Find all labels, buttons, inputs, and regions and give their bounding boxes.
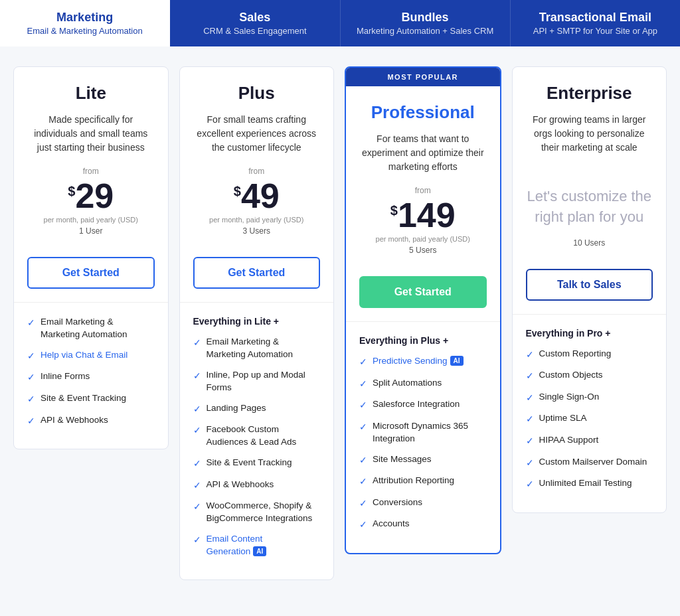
feature-item: ✓ Landing Pages: [193, 402, 321, 416]
check-icon: ✓: [359, 378, 367, 391]
nav-title: Marketing: [13, 11, 156, 25]
feature-item: ✓ Attribution Reporting: [359, 475, 487, 489]
check-icon: ✓: [193, 501, 201, 514]
feature-text: Conversions: [373, 497, 422, 509]
feature-text: Single Sign-On: [539, 391, 600, 404]
btn-wrapper: Talk to Sales: [513, 269, 667, 314]
feature-item: ✓ Accounts: [359, 518, 487, 532]
plan-period: per month, paid yearly (USD): [359, 235, 487, 243]
feature-item: ✓ API & Webhooks: [27, 414, 155, 428]
feature-item: ✓ Facebook Custom Audiences & Lead Ads: [193, 424, 321, 449]
nav-sub: API + SMTP for Your Site or App: [524, 26, 667, 36]
plan-desc: Made specifically for individuals and sm…: [27, 113, 155, 156]
feature-text: Uptime SLA: [539, 412, 587, 425]
check-icon: ✓: [193, 479, 201, 493]
check-icon: ✓: [526, 435, 534, 448]
feature-text: Landing Pages: [207, 402, 266, 415]
price-dollar: $: [68, 184, 75, 199]
feature-item: ✓ Site Messages: [359, 453, 487, 467]
features-title: Everything in Plus +: [359, 335, 487, 346]
feature-item: ✓ Salesforce Integration: [359, 398, 487, 412]
feature-text: Help via Chat & Email: [41, 349, 128, 362]
check-icon: ✓: [193, 337, 201, 350]
feature-item: ✓ Help via Chat & Email: [27, 349, 155, 363]
nav-title: Sales: [183, 11, 326, 25]
plan-features: Everything in Lite + ✓ Email Marketing &…: [180, 302, 334, 579]
feature-text: Custom Objects: [539, 369, 603, 382]
btn-wrapper: Get Started: [346, 276, 500, 321]
feature-text: Site & Event Tracking: [207, 457, 292, 469]
check-icon: ✓: [526, 457, 534, 470]
check-icon: ✓: [359, 356, 367, 369]
professional-cta-button[interactable]: Get Started: [359, 276, 487, 308]
plan-desc: For small teams crafting excellent exper…: [193, 113, 321, 156]
check-icon: ✓: [193, 403, 201, 416]
check-icon: ✓: [359, 518, 367, 532]
feature-item: ✓ WooCommerce, Shopify & BigCommerce Int…: [193, 500, 321, 525]
check-icon: ✓: [359, 454, 367, 467]
check-icon: ✓: [27, 317, 35, 330]
feature-text: WooCommerce, Shopify & BigCommerce Integ…: [207, 500, 321, 525]
nav-item-sales[interactable]: SalesCRM & Sales Engagement: [170, 0, 340, 46]
feature-text: Custom Mailserver Domain: [539, 456, 647, 469]
nav-item-bundles[interactable]: BundlesMarketing Automation + Sales CRM: [341, 0, 511, 46]
feature-text: Attribution Reporting: [373, 475, 454, 487]
feature-item: ✓ API & Webhooks: [193, 479, 321, 493]
check-icon: ✓: [359, 399, 367, 412]
check-icon: ✓: [526, 392, 534, 405]
feature-item: ✓ HIPAA Support: [526, 434, 653, 448]
plan-header: LiteMade specifically for individuals an…: [14, 67, 168, 257]
feature-link[interactable]: Help via Chat & Email: [41, 350, 128, 360]
plus-cta-button[interactable]: Get Started: [193, 257, 321, 289]
plan-from: from: [193, 167, 321, 176]
popular-badge: MOST POPULAR: [346, 68, 500, 86]
feature-item: ✓ Custom Objects: [526, 369, 653, 383]
check-icon: ✓: [526, 478, 534, 491]
feature-item: ✓ Email Marketing & Marketing Automation: [193, 336, 321, 361]
plan-price: $ 29: [27, 179, 155, 213]
feature-text: Microsoft Dynamics 365 Integration: [373, 420, 487, 445]
feature-text: API & Webhooks: [41, 414, 108, 427]
feature-item: ✓ Custom Reporting: [526, 348, 653, 362]
plan-desc: For teams that want to experiment and op…: [359, 132, 487, 175]
plan-from: [526, 167, 653, 176]
check-icon: ✓: [27, 350, 35, 363]
feature-text: Split Automations: [373, 377, 442, 390]
btn-wrapper: Get Started: [14, 257, 168, 302]
check-icon: ✓: [27, 393, 35, 406]
feature-text: Salesforce Integration: [373, 398, 460, 411]
check-icon: ✓: [359, 475, 367, 489]
price-dollar: $: [234, 184, 241, 199]
feature-text: Accounts: [373, 518, 410, 530]
nav-item-transactional-email[interactable]: Transactional EmailAPI + SMTP for Your S…: [511, 0, 680, 46]
check-icon: ✓: [359, 421, 367, 434]
plan-features: Everything in Pro + ✓ Custom Reporting ✓…: [513, 314, 667, 512]
nav-item-marketing[interactable]: MarketingEmail & Marketing Automation: [0, 0, 170, 46]
plan-card-plus: PlusFor small teams crafting excellent e…: [179, 66, 335, 580]
enterprise-cta-button[interactable]: Talk to Sales: [526, 269, 653, 301]
feature-item: ✓ Site & Event Tracking: [193, 457, 321, 471]
feature-text: Site Messages: [373, 453, 432, 466]
plan-users: 10 Users: [526, 238, 653, 248]
feature-text: API & Webhooks: [207, 479, 274, 491]
feature-item: ✓ Predictive SendingAI: [359, 355, 487, 369]
price-amount: 29: [75, 179, 114, 213]
lite-cta-button[interactable]: Get Started: [27, 257, 155, 289]
feature-text: Site & Event Tracking: [41, 392, 126, 405]
nav-title: Bundles: [354, 11, 497, 25]
btn-wrapper: Get Started: [180, 257, 334, 302]
plan-desc: For growing teams in larger orgs looking…: [526, 113, 653, 156]
plan-users: 1 User: [27, 226, 155, 236]
check-icon: ✓: [526, 348, 534, 362]
feature-text: HIPAA Support: [539, 434, 599, 447]
feature-item: ✓ Single Sign-On: [526, 391, 653, 405]
price-dollar: $: [390, 203, 398, 218]
plan-card-enterprise: EnterpriseFor growing teams in larger or…: [512, 66, 667, 513]
feature-text: Unlimited Email Testing: [539, 477, 632, 490]
feature-item: ✓ Inline, Pop up and Modal Forms: [193, 369, 321, 394]
check-icon: ✓: [193, 457, 201, 471]
nav-title: Transactional Email: [524, 11, 667, 25]
check-icon: ✓: [193, 534, 201, 547]
plan-header: EnterpriseFor growing teams in larger or…: [513, 67, 667, 269]
feature-link[interactable]: Predictive Sending: [373, 356, 448, 366]
